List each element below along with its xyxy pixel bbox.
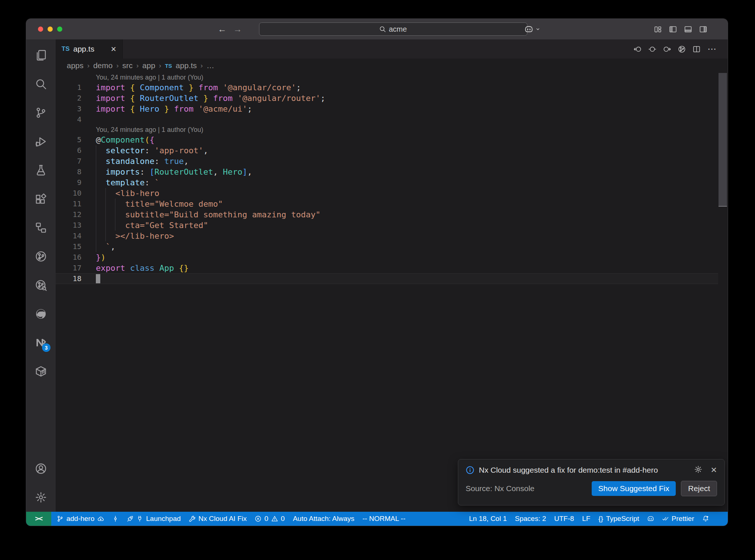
breadcrumb-file[interactable]: app.ts	[176, 61, 197, 70]
code-editor[interactable]: You, 24 minutes ago | 1 author (You)1imp…	[56, 73, 718, 512]
activitybar-item-testing[interactable]	[26, 156, 56, 185]
navigate-back-button[interactable]: ←	[218, 24, 227, 34]
statusbar-notifications-bell[interactable]	[698, 512, 713, 526]
activitybar-item-accounts[interactable]	[26, 454, 56, 483]
activitybar-item-edge-browser[interactable]	[26, 300, 56, 328]
breadcrumb-item[interactable]: demo	[93, 61, 113, 70]
command-center-search[interactable]: acme	[259, 22, 527, 36]
activitybar-item-extensions[interactable]	[26, 185, 56, 213]
zoom-window-button[interactable]	[57, 27, 62, 32]
code-line-16: 16})	[56, 252, 718, 263]
activitybar-item-pipeline[interactable]	[26, 242, 56, 271]
activitybar-item-run-and-debug[interactable]	[26, 127, 56, 156]
customize-layout-icon[interactable]	[654, 25, 662, 33]
activitybar-item-pipeline-inspect[interactable]	[26, 271, 56, 300]
statusbar-formatter[interactable]: Prettier	[658, 512, 698, 526]
activitybar-item-explorer[interactable]	[26, 41, 56, 70]
copilot-menu-button[interactable]	[525, 19, 540, 39]
tab-strip: TS app.ts ✕	[56, 39, 728, 59]
statusbar-branch[interactable]: add-hero	[53, 512, 108, 526]
bell-icon	[702, 515, 709, 522]
code-line-3: 3import { Hero } from '@acme/ui';	[56, 104, 718, 114]
statusbar-copilot[interactable]	[643, 512, 658, 526]
breadcrumb[interactable]: apps›demo›src›app›TSapp.ts›…	[56, 59, 728, 73]
statusbar-label: Nx Cloud AI Fix	[198, 515, 247, 523]
more-actions-icon[interactable]: ⋯	[707, 44, 717, 54]
statusbar-remote-indicator[interactable]: ><	[26, 512, 51, 526]
tab-close-icon[interactable]: ✕	[111, 45, 116, 53]
reject-button[interactable]: Reject	[681, 481, 717, 496]
notification-settings-icon[interactable]	[694, 465, 702, 475]
statusbar-git-graph[interactable]	[108, 512, 123, 526]
notification-close-icon[interactable]: ✕	[710, 466, 717, 475]
git-branch-icon	[35, 107, 47, 119]
warning-icon	[271, 515, 278, 522]
statusbar-label: {}	[598, 515, 603, 523]
statusbar-eol[interactable]: LF	[578, 512, 594, 526]
statusbar-problems[interactable]: 00	[251, 512, 289, 526]
line-number: 12	[56, 209, 81, 220]
typescript-file-icon: TS	[165, 63, 172, 69]
git-branch-icon	[57, 515, 63, 522]
activitybar-item-nx-console[interactable]: 3	[26, 328, 56, 357]
breadcrumb-item[interactable]: apps	[67, 61, 84, 70]
line-number: 4	[56, 114, 81, 125]
info-icon	[466, 466, 474, 475]
circle-branch-icon	[35, 251, 47, 262]
code-line-7: 7 standalone: true,	[56, 156, 718, 167]
code-line-2: 2import { RouterOutlet } from '@angular/…	[56, 93, 718, 104]
statusbar-encoding[interactable]: UTF-8	[550, 512, 578, 526]
statusbar-cursor-position[interactable]: Ln 18, Col 1	[465, 512, 511, 526]
copilot-icon	[525, 25, 533, 34]
show-suggested-fix-button[interactable]: Show Suggested Fix	[592, 481, 676, 496]
statusbar-indentation[interactable]: Spaces: 2	[511, 512, 550, 526]
code-line-9: 9 template: `	[56, 177, 718, 188]
line-number: 2	[56, 93, 81, 104]
previous-change-icon[interactable]	[634, 45, 641, 53]
line-number: 9	[56, 177, 81, 188]
boxes-icon	[35, 222, 47, 234]
current-change-icon[interactable]	[648, 45, 656, 53]
statusbar-label: 0	[264, 515, 268, 523]
chevron-down-icon	[535, 27, 540, 32]
activitybar-item-search[interactable]	[26, 70, 56, 98]
activitybar-item-source-control[interactable]	[26, 98, 56, 127]
next-change-icon[interactable]	[663, 45, 671, 53]
activitybar-item-containers[interactable]	[26, 357, 56, 386]
breadcrumb-item[interactable]: app	[142, 61, 155, 70]
minimize-window-button[interactable]	[48, 27, 53, 32]
line-number: 1	[56, 82, 81, 93]
code-line-5: 5@Component({	[56, 134, 718, 145]
statusbar-language-mode[interactable]: {}TypeScript	[594, 512, 643, 526]
traffic-lights	[38, 27, 62, 32]
toggle-primary-sidebar-icon[interactable]	[669, 25, 677, 33]
split-editor-icon[interactable]	[693, 45, 700, 53]
statusbar-label: 0	[281, 515, 285, 523]
toggle-secondary-sidebar-icon[interactable]	[699, 25, 707, 33]
statusbar-nx-cloud-ai-fix[interactable]: Nx Cloud AI Fix	[185, 512, 251, 526]
line-number: 6	[56, 145, 81, 156]
breadcrumb-symbol-tail[interactable]: …	[206, 61, 214, 70]
code-line-12: 12 subtitle="Build something amazing tod…	[56, 209, 718, 220]
notification-title: Nx Cloud suggested a fix for demo:test i…	[479, 466, 690, 475]
source-control-graph-icon[interactable]	[678, 45, 686, 53]
git-commit-icon	[112, 515, 119, 522]
breadcrumb-item[interactable]: src	[122, 61, 133, 70]
activitybar-item-settings[interactable]	[26, 483, 56, 512]
statusbar-launchpad[interactable]: Launchpad	[123, 512, 185, 526]
line-number: 15	[56, 241, 81, 252]
statusbar-auto-attach[interactable]: Auto Attach: Always	[289, 512, 358, 526]
navigate-forward-button[interactable]: →	[233, 24, 242, 34]
editor-scrollbar[interactable]	[719, 73, 727, 207]
line-number: 8	[56, 167, 81, 177]
activitybar-item-project-structure[interactable]	[26, 213, 56, 242]
code-line-14: 14 ></lib-hero>	[56, 231, 718, 241]
copilot-icon	[647, 515, 654, 522]
breadcrumb-separator: ›	[201, 62, 203, 70]
statusbar-vim-mode[interactable]: -- NORMAL --	[358, 512, 409, 526]
close-window-button[interactable]	[38, 27, 43, 32]
statusbar-label: Auto Attach: Always	[293, 515, 354, 523]
tab-app-ts[interactable]: TS app.ts ✕	[56, 39, 123, 59]
toggle-panel-icon[interactable]	[684, 25, 692, 33]
code-line-13: 13 cta="Get Started"	[56, 220, 718, 231]
